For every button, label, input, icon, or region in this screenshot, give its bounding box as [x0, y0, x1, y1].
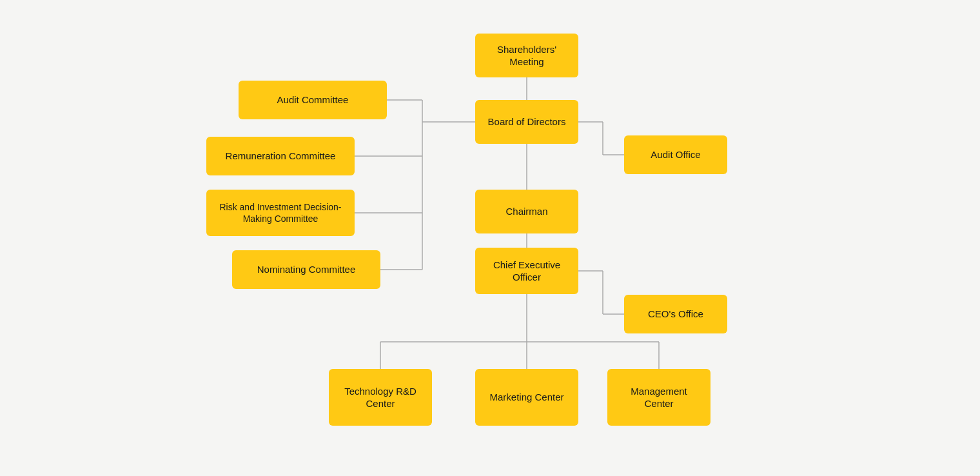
tech-rd-node: Technology R&D Center — [329, 369, 432, 426]
marketing-center-node: Marketing Center — [475, 369, 578, 426]
risk-committee-node: Risk and Investment Decision-Making Comm… — [206, 190, 355, 236]
org-chart: Shareholders'Meeting Board of Directors … — [0, 0, 980, 476]
shareholders-meeting-node: Shareholders'Meeting — [475, 34, 578, 77]
audit-committee-node: Audit Committee — [239, 81, 387, 119]
management-center-node: Management Center — [607, 369, 710, 426]
nominating-committee-node: Nominating Committee — [232, 250, 380, 289]
board-of-directors-node: Board of Directors — [475, 100, 578, 144]
remuneration-committee-node: Remuneration Committee — [206, 137, 355, 175]
ceo-office-node: CEO's Office — [624, 295, 727, 333]
chairman-node: Chairman — [475, 190, 578, 233]
ceo-node: Chief Executive Officer — [475, 248, 578, 294]
audit-office-node: Audit Office — [624, 135, 727, 174]
